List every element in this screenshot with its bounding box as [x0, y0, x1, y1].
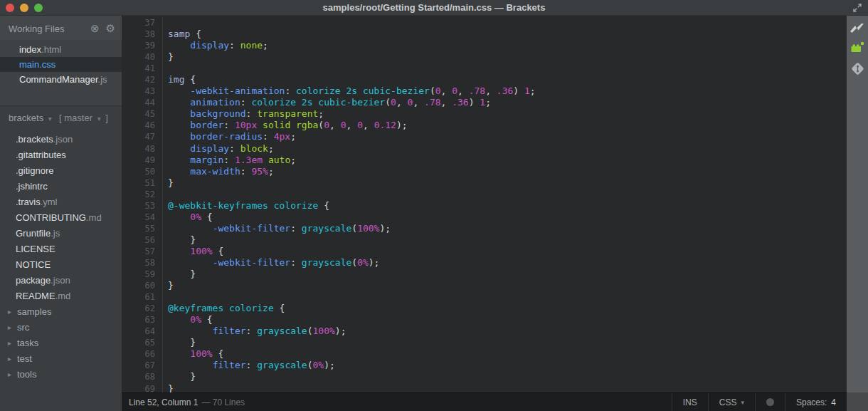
code-line[interactable]: 62@keyframes colorize {: [122, 303, 847, 314]
code-text: }: [163, 337, 196, 348]
folder-arrow-icon: ▸: [8, 335, 11, 351]
code-line[interactable]: 40}: [122, 51, 847, 63]
tree-file-item[interactable]: package.json: [0, 273, 122, 288]
file-name: .jshintrc: [16, 181, 48, 192]
insert-mode-toggle[interactable]: INS: [672, 393, 708, 411]
code-line[interactable]: 68 }: [122, 371, 847, 383]
tree-file-item[interactable]: NOTICE: [0, 257, 122, 273]
code-line[interactable]: 56 }: [122, 234, 847, 246]
tree-file-item[interactable]: Gruntfile.js: [0, 226, 122, 241]
code-line[interactable]: 58 -webkit-filter: grayscale(0%);: [122, 257, 847, 269]
titlebar: samples/root/Getting Started/main.css — …: [0, 0, 868, 16]
file-name: LICENSE: [16, 244, 55, 254]
code-line[interactable]: 37: [122, 17, 847, 28]
close-all-icon[interactable]: ⊗: [90, 23, 100, 33]
extension-manager-brick-icon[interactable]: [850, 41, 864, 53]
code-line[interactable]: 49 margin: 1.3em auto;: [122, 155, 847, 166]
code-line[interactable]: 46 border: 10px solid rgba(0, 0, 0, 0.12…: [122, 120, 847, 131]
code-line[interactable]: 54 0% {: [122, 212, 847, 223]
line-number: 61: [122, 291, 163, 303]
line-number: 68: [122, 371, 163, 383]
line-number: 64: [122, 326, 163, 337]
code-text: -webkit-animation: colorize 2s cubic-bez…: [163, 85, 536, 97]
code-text: border-radius: 4px;: [163, 131, 296, 142]
folder-name: test: [17, 353, 32, 364]
tree-file-item[interactable]: .travis.yml: [0, 194, 122, 210]
code-line[interactable]: 63 0% {: [122, 314, 847, 326]
code-line[interactable]: 43 -webkit-animation: colorize 2s cubic-…: [122, 85, 847, 97]
tree-folder-item[interactable]: ▸samples: [0, 304, 122, 320]
live-preview-lightning-icon[interactable]: [850, 24, 864, 33]
working-file-item[interactable]: CommandManager.js: [0, 72, 122, 87]
code-line[interactable]: 66 100% {: [122, 348, 847, 360]
code-text: display: none;: [163, 40, 268, 51]
zoom-window-button[interactable]: [34, 4, 43, 12]
line-number: 59: [122, 269, 163, 280]
git-branch-dropdown[interactable]: [ master ▾ ]: [56, 113, 108, 123]
code-line[interactable]: 44 animation: colorize 2s cubic-bezier(0…: [122, 97, 847, 108]
tree-file-item[interactable]: .gitattributes: [0, 147, 122, 163]
working-file-item[interactable]: main.css: [0, 57, 122, 72]
code-line[interactable]: 52: [122, 189, 847, 200]
file-extension: .yml: [41, 197, 58, 207]
code-line[interactable]: 39 display: none;: [122, 40, 847, 51]
code-line[interactable]: 42img {: [122, 74, 847, 85]
code-line[interactable]: 60}: [122, 280, 847, 291]
code-line[interactable]: 53@-webkit-keyframes colorize {: [122, 200, 847, 212]
working-files-title: Working Files: [9, 24, 65, 34]
tree-folder-item[interactable]: ▸src: [0, 320, 122, 335]
file-extension: .md: [86, 212, 102, 223]
tree-file-item[interactable]: .jshintrc: [0, 179, 122, 194]
tree-file-item[interactable]: README.md: [0, 288, 122, 304]
code-text: max-width: 95%;: [163, 166, 274, 177]
tree-file-item[interactable]: LICENSE: [0, 241, 122, 257]
gear-icon[interactable]: ⚙: [106, 23, 115, 33]
code-text: @keyframes colorize {: [163, 303, 285, 314]
code-text: border: 10px solid rgba(0, 0, 0, 0.12);: [163, 120, 408, 131]
working-file-item[interactable]: index.html: [0, 42, 122, 57]
tree-file-item[interactable]: .brackets.json: [0, 132, 122, 147]
tree-file-item[interactable]: CONTRIBUTING.md: [0, 210, 122, 226]
folder-name: src: [17, 322, 29, 333]
code-line[interactable]: 69}: [122, 383, 847, 393]
code-line[interactable]: 51}: [122, 177, 847, 189]
code-line[interactable]: 47 border-radius: 4px;: [122, 131, 847, 142]
code-text: 100% {: [163, 348, 223, 360]
git-extension-icon[interactable]: [850, 61, 865, 76]
lint-status-indicator[interactable]: [755, 393, 785, 411]
folder-arrow-icon: ▸: [8, 367, 11, 383]
code-line[interactable]: 41: [122, 63, 847, 74]
folder-arrow-icon: ▸: [8, 304, 11, 320]
file-extension: .css: [39, 59, 55, 70]
minimize-window-button[interactable]: [20, 4, 28, 12]
code-line[interactable]: 59 }: [122, 269, 847, 280]
indent-setting[interactable]: Spaces: 4: [785, 393, 847, 411]
code-text: [163, 17, 168, 28]
code-line[interactable]: 50 max-width: 95%;: [122, 166, 847, 177]
code-text: [163, 291, 168, 303]
code-editor[interactable]: 3738samp {39 display: none;40}4142img {4…: [122, 16, 847, 392]
code-line[interactable]: 38samp {: [122, 28, 847, 40]
code-text: margin: 1.3em auto;: [163, 155, 296, 166]
language-dropdown[interactable]: CSS ▾: [708, 393, 755, 411]
expand-panels-icon[interactable]: [852, 2, 863, 16]
code-line[interactable]: 65 }: [122, 337, 847, 348]
code-line[interactable]: 55 -webkit-filter: grayscale(100%);: [122, 223, 847, 234]
tree-folder-item[interactable]: ▸tools: [0, 367, 122, 383]
file-name: NOTICE: [16, 259, 51, 270]
code-line[interactable]: 45 background: transparent;: [122, 108, 847, 120]
tree-folder-item[interactable]: ▸test: [0, 351, 122, 367]
code-line[interactable]: 57 100% {: [122, 246, 847, 257]
close-window-button[interactable]: [6, 4, 14, 12]
line-number: 45: [122, 108, 163, 120]
code-line[interactable]: 48 display: block;: [122, 143, 847, 155]
project-name-dropdown[interactable]: brackets: [9, 113, 43, 123]
tree-file-item[interactable]: .gitignore: [0, 163, 122, 179]
file-extension: .md: [55, 291, 71, 301]
code-line[interactable]: 64 filter: grayscale(100%);: [122, 326, 847, 337]
code-line[interactable]: 67 filter: grayscale(0%);: [122, 360, 847, 371]
chevron-down-icon: ▾: [97, 115, 101, 123]
code-line[interactable]: 61: [122, 291, 847, 303]
tree-folder-item[interactable]: ▸tasks: [0, 335, 122, 351]
line-number: 44: [122, 97, 163, 108]
